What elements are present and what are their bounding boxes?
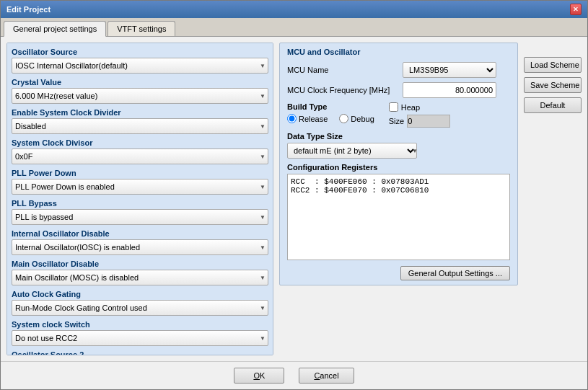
heap-label-row: Heap — [389, 102, 450, 112]
build-radio-group: Release Debug — [287, 114, 374, 123]
title-bar: Edit Project ✕ — [1, 1, 587, 18]
config-section: Configuration Registers RCC : $400FE060 … — [287, 163, 510, 260]
pll-power-down-wrapper: PLL Power Down is enabled — [12, 179, 268, 195]
main-content: Oscillator Source IOSC Internal Oscillat… — [1, 37, 587, 361]
release-radio[interactable] — [287, 114, 297, 123]
sys-clock-switch-group: System clock Switch Do not use RCC2 — [12, 320, 268, 346]
system-clock-divisor-wrapper: 0x0F — [12, 149, 268, 164]
pll-power-down-select[interactable]: PLL Power Down is enabled — [12, 179, 268, 195]
crystal-value-label: Crystal Value — [12, 78, 268, 87]
ok-label-rest: K — [260, 371, 265, 380]
internal-osc-disable-select[interactable]: Internal Oscillator(IOSC) is enabled — [12, 239, 268, 255]
datatype-label: Data Type Size — [287, 132, 510, 141]
mcu-name-row: MCU Name LM3S9B95 — [287, 62, 510, 78]
heap-checkbox[interactable] — [389, 102, 398, 112]
heap-size-row: Size — [389, 115, 450, 128]
oscillator-source2-group: Oscillator Source 2 — [12, 350, 268, 355]
enable-clock-divider-wrapper: Disabled — [12, 118, 268, 134]
sys-clock-switch-label: System clock Switch — [12, 320, 268, 329]
mcu-section-title: MCU and Oscillator — [287, 48, 510, 56]
debug-label: Debug — [351, 115, 374, 123]
pll-power-down-group: PLL Power Down PLL Power Down is enabled — [12, 169, 268, 195]
close-button[interactable]: ✕ — [570, 4, 582, 15]
tab-vtft[interactable]: VTFT settings — [107, 21, 175, 36]
left-panel: Oscillator Source IOSC Internal Oscillat… — [6, 43, 273, 355]
auto-clock-gating-select[interactable]: Run-Mode Clock Gating Control used — [12, 300, 268, 316]
sys-clock-switch-wrapper: Do not use RCC2 — [12, 330, 268, 346]
oscillator-source-wrapper: IOSC Internal Oscillator(default) — [12, 58, 268, 74]
internal-osc-disable-group: Internal Oscillator Disable Internal Osc… — [12, 229, 268, 255]
right-panel: MCU and Oscillator MCU Name LM3S9B95 MCU… — [279, 43, 518, 355]
auto-clock-gating-wrapper: Run-Mode Clock Gating Control used — [12, 300, 268, 316]
heap-size-label: Size — [389, 117, 404, 125]
edit-project-dialog: Edit Project ✕ General project settings … — [0, 0, 588, 390]
oscillator-source-label: Oscillator Source — [12, 48, 268, 56]
auto-clock-gating-label: Auto Clock Gating — [12, 290, 268, 298]
internal-osc-disable-wrapper: Internal Oscillator(IOSC) is enabled — [12, 239, 268, 255]
release-label: Release — [299, 115, 328, 123]
datatype-select[interactable]: default mE (int 2 byte) — [287, 143, 417, 159]
datatype-wrapper: default mE (int 2 byte) — [287, 143, 421, 159]
system-clock-divisor-select[interactable]: 0x0F — [12, 149, 268, 164]
crystal-value-group: Crystal Value 6.000 MHz(reset value) — [12, 78, 268, 104]
heap-size-input[interactable] — [407, 115, 450, 128]
load-scheme-button[interactable]: Load Scheme — [524, 57, 582, 73]
pll-power-down-label: PLL Power Down — [12, 169, 268, 177]
debug-radio[interactable] — [339, 114, 348, 123]
mcu-freq-row: MCU Clock Frequency [MHz] — [287, 82, 510, 98]
mcu-freq-label: MCU Clock Frequency [MHz] — [287, 86, 403, 94]
oscillator-source-select[interactable]: IOSC Internal Oscillator(default) — [12, 58, 268, 74]
cancel-button[interactable]: Cancel — [299, 368, 354, 384]
build-type-label: Build Type — [287, 102, 374, 111]
build-heap-row: Build Type Release Debug — [287, 102, 510, 128]
release-radio-label[interactable]: Release — [287, 114, 328, 123]
build-type-group: Build Type Release Debug — [287, 102, 374, 128]
main-osc-disable-group: Main Oscillator Disable Main Oscillator … — [12, 260, 268, 285]
system-clock-divisor-group: System Clock Divisor 0x0F — [12, 138, 268, 164]
dialog-title: Edit Project — [6, 5, 51, 14]
heap-group: Heap Size — [389, 102, 450, 128]
heap-label: Heap — [401, 103, 420, 112]
enable-clock-divider-select[interactable]: Disabled — [12, 118, 268, 134]
crystal-value-wrapper: 6.000 MHz(reset value) — [12, 88, 268, 104]
config-text: RCC : $400FE060 : 0x07803AD1 RCC2 : $400… — [287, 174, 510, 260]
crystal-value-select[interactable]: 6.000 MHz(reset value) — [12, 88, 268, 104]
main-osc-disable-select[interactable]: Main Oscillator (MOSC) is disabled — [12, 270, 268, 285]
main-osc-disable-wrapper: Main Oscillator (MOSC) is disabled — [12, 270, 268, 285]
ok-button[interactable]: OK — [234, 368, 284, 384]
pll-bypass-group: PLL Bypass PLL is bypassed — [12, 199, 268, 225]
mcu-name-label: MCU Name — [287, 66, 403, 74]
pll-bypass-label: PLL Bypass — [12, 199, 268, 208]
pll-bypass-select[interactable]: PLL is bypassed — [12, 209, 268, 225]
enable-clock-divider-label: Enable System Clock Divider — [12, 108, 268, 117]
bottom-bar: OK Cancel — [1, 361, 587, 389]
oscillator-source2-label: Oscillator Source 2 — [12, 350, 268, 355]
save-scheme-button[interactable]: Save Scheme — [524, 77, 582, 93]
main-osc-disable-label: Main Oscillator Disable — [12, 260, 268, 268]
auto-clock-gating-group: Auto Clock Gating Run-Mode Clock Gating … — [12, 290, 268, 316]
cancel-label-rest: ancel — [320, 371, 338, 380]
general-output-button[interactable]: General Output Settings ... — [400, 266, 510, 280]
tab-general[interactable]: General project settings — [4, 21, 106, 37]
enable-clock-divider-group: Enable System Clock Divider Disabled — [12, 108, 268, 134]
oscillator-source-group: Oscillator Source IOSC Internal Oscillat… — [12, 48, 268, 74]
config-label: Configuration Registers — [287, 163, 510, 172]
pll-bypass-wrapper: PLL is bypassed — [12, 209, 268, 225]
side-buttons: Load Scheme Save Scheme Default — [524, 43, 582, 355]
debug-radio-label[interactable]: Debug — [339, 114, 374, 123]
tab-bar: General project settings VTFT settings — [1, 18, 587, 37]
mcu-section: MCU and Oscillator MCU Name LM3S9B95 MCU… — [279, 43, 518, 285]
internal-osc-disable-label: Internal Oscillator Disable — [12, 229, 268, 238]
system-clock-divisor-label: System Clock Divisor — [12, 138, 268, 147]
mcu-name-select[interactable]: LM3S9B95 — [403, 62, 496, 78]
mcu-freq-input[interactable] — [403, 82, 496, 98]
datatype-section: Data Type Size default mE (int 2 byte) — [287, 132, 510, 159]
default-button[interactable]: Default — [524, 97, 582, 113]
sys-clock-switch-select[interactable]: Do not use RCC2 — [12, 330, 268, 346]
